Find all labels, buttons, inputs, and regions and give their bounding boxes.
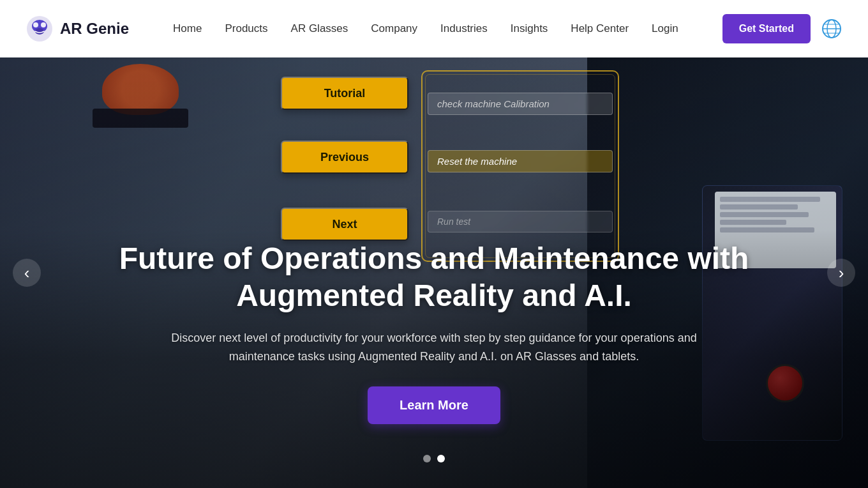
svg-point-4 [35, 28, 44, 34]
get-started-button[interactable]: Get Started [722, 14, 811, 43]
nav-item-help-center[interactable]: Help Center [571, 22, 629, 35]
ar-tutorial-button[interactable]: Tutorial [281, 77, 408, 110]
nav-item-company[interactable]: Company [371, 22, 417, 35]
ar-previous-button[interactable]: Previous [281, 141, 408, 174]
ar-next-button[interactable]: Next [281, 208, 408, 241]
ar-info-reset: Reset the machine [428, 150, 613, 172]
logo-text: AR Genie [60, 20, 129, 38]
header: AR Genie Home Products AR Glasses Compan… [0, 0, 868, 57]
nav-item-home[interactable]: Home [173, 22, 202, 35]
nav-item-insights[interactable]: Insights [511, 22, 548, 35]
hero-title: Future of Operations and Maintenance wit… [51, 240, 817, 314]
carousel-arrow-left[interactable]: ‹ [13, 259, 41, 287]
logo-icon [26, 15, 54, 43]
svg-point-3 [41, 22, 46, 27]
nav-item-ar-glasses[interactable]: AR Glasses [291, 22, 348, 35]
nav-item-products[interactable]: Products [225, 22, 267, 35]
nav-item-login[interactable]: Login [652, 22, 678, 35]
nav-item-industries[interactable]: Industries [440, 22, 488, 35]
learn-more-button[interactable]: Learn More [368, 386, 500, 424]
hero-section: Tutorial Previous Next check machine Cal… [0, 57, 868, 488]
ar-info-calibration: check machine Calibration [428, 93, 613, 115]
svg-point-2 [33, 22, 38, 27]
dot-2[interactable] [437, 455, 445, 462]
dot-1[interactable] [423, 455, 431, 462]
hero-subtitle: Discover next level of productivity for … [147, 329, 721, 366]
carousel-arrow-right[interactable]: › [827, 259, 855, 287]
carousel-dots [423, 455, 445, 462]
main-nav: Home Products AR Glasses Company Industr… [173, 22, 678, 35]
globe-icon[interactable] [821, 18, 842, 40]
ar-info-run-test: Run test [428, 211, 613, 233]
logo[interactable]: AR Genie [26, 15, 129, 43]
hero-content: Future of Operations and Maintenance wit… [0, 240, 868, 424]
header-right: Get Started [722, 14, 842, 43]
